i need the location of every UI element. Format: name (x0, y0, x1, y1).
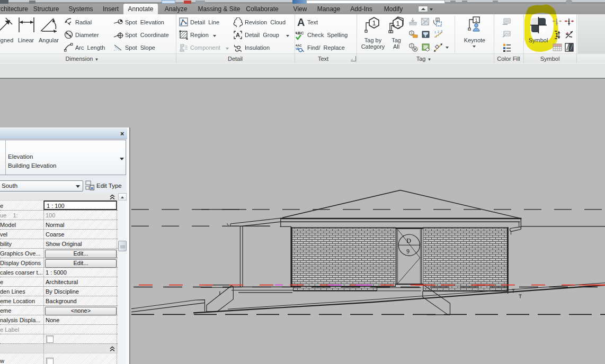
svg-text:1: 1 (555, 20, 558, 25)
svg-text:1: 1 (396, 20, 399, 28)
svg-text:1: 1 (372, 19, 376, 27)
svg-text:A: A (236, 32, 240, 38)
svg-text:1: 1 (411, 44, 413, 48)
svg-text:ABC: ABC (295, 31, 304, 35)
svg-text:1: 1 (475, 17, 477, 23)
svg-text:D: D (406, 237, 411, 244)
svg-text:1: 1 (434, 31, 436, 34)
svg-text:9: 9 (406, 248, 410, 254)
svg-text:⇄AC: ⇄AC (295, 44, 302, 47)
svg-text:1: 1 (567, 20, 570, 25)
svg-text:3: 3 (441, 30, 442, 33)
svg-text:2: 2 (438, 30, 439, 33)
svg-text:1: 1 (555, 32, 558, 38)
